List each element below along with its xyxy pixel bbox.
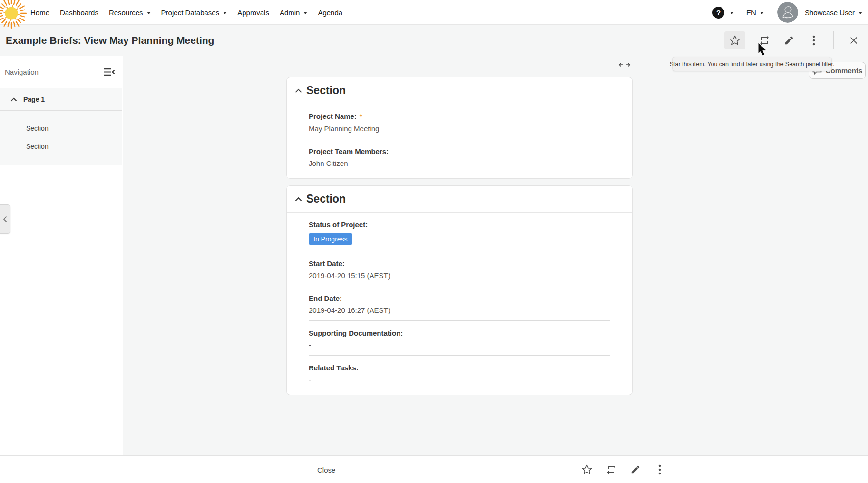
section-card: Section Project Name:* May Planning Meet… (286, 77, 633, 179)
field-value: 2019-04-20 15:15 (AEST) (309, 271, 610, 280)
chevron-left-icon (3, 216, 7, 222)
kebab-menu-icon (812, 35, 815, 46)
field-related-tasks: Related Tasks: - (309, 356, 610, 384)
language-selector[interactable]: EN (746, 9, 764, 17)
more-options-button[interactable] (653, 464, 665, 476)
chevron-down-icon (223, 12, 227, 14)
section-body: Project Name:* May Planning Meeting Proj… (287, 104, 632, 178)
divider (833, 31, 834, 49)
horizontal-resize-icon[interactable] (618, 62, 631, 68)
star-button[interactable] (724, 31, 745, 49)
field-value: 2019-04-20 16:27 (AEST) (309, 306, 610, 315)
section-header[interactable]: Section (287, 77, 632, 104)
sidebar-item-section-2[interactable]: Section (0, 137, 122, 155)
kebab-menu-icon (658, 464, 661, 475)
field-end-date: End Date: 2019-04-20 16:27 (AEST) (309, 286, 610, 321)
content-area: Navigation Page 1 Section Se (0, 56, 868, 455)
field-label: Supporting Documentation: (309, 328, 610, 338)
nav-item-admin[interactable]: Admin (280, 9, 308, 17)
chevron-down-icon[interactable] (730, 12, 734, 14)
edit-button[interactable] (783, 35, 795, 47)
nav-item-resources[interactable]: Resources (109, 9, 151, 17)
field-label: Status of Project: (309, 220, 610, 229)
page-accordion: Page 1 Section Section (0, 88, 122, 165)
page-1-header[interactable]: Page 1 (0, 88, 122, 111)
main-menu: Home Dashboards Resources Project Databa… (30, 0, 342, 25)
repeat-icon (759, 35, 770, 46)
field-project-name: Project Name:* May Planning Meeting (309, 104, 610, 139)
close-icon (848, 35, 859, 46)
sun-logo-icon[interactable] (0, 0, 28, 29)
question-mark-icon[interactable]: ? (712, 7, 724, 19)
section-card: Section Status of Project: In Progress S… (286, 185, 633, 395)
chevron-down-icon (760, 12, 764, 14)
form-view: Comments Section Project Name:* May Plan… (123, 56, 868, 455)
chevron-up-icon (10, 97, 17, 102)
user-avatar[interactable] (777, 2, 798, 23)
field-value: - (309, 340, 610, 349)
panel-collapse-tab[interactable] (0, 204, 10, 234)
nav-item-agenda[interactable]: Agenda (318, 9, 342, 17)
nav-item-approvals[interactable]: Approvals (237, 9, 269, 17)
top-nav: Home Dashboards Resources Project Databa… (0, 0, 868, 25)
edit-icon (630, 464, 641, 475)
field-label: End Date: (309, 294, 610, 303)
required-asterisk: * (360, 113, 362, 120)
title-bar: Example Briefs: View May Planning Meetin… (0, 25, 868, 56)
app-window: Home Dashboards Resources Project Databa… (0, 0, 868, 483)
chevron-up-icon (295, 197, 302, 202)
close-button[interactable]: Close (317, 456, 335, 483)
footer-bar: Close (0, 455, 868, 483)
section-list: Section Section (0, 111, 122, 165)
chevron-down-icon (147, 12, 151, 14)
field-supporting-documentation: Supporting Documentation: - (309, 321, 610, 356)
field-value: - (309, 375, 610, 384)
field-status-of-project: Status of Project: In Progress (309, 213, 610, 251)
status-badge: In Progress (309, 233, 352, 245)
user-menu[interactable]: Showcase User (805, 9, 862, 17)
section-body: Status of Project: In Progress Start Dat… (287, 213, 632, 395)
nav-item-home[interactable]: Home (30, 9, 49, 17)
repeat-button[interactable] (605, 464, 617, 476)
star-icon (729, 35, 741, 46)
sidebar-header: Navigation (0, 56, 122, 88)
sidebar-item-section-1[interactable]: Section (0, 119, 122, 137)
repeat-button[interactable] (758, 35, 770, 47)
star-button[interactable] (581, 464, 593, 476)
edit-button[interactable] (629, 464, 641, 476)
field-project-team-members: Project Team Members: John Citizen (309, 139, 610, 168)
section-header[interactable]: Section (287, 186, 632, 213)
close-button[interactable] (848, 35, 859, 47)
title-bar-actions (724, 25, 859, 56)
more-options-button[interactable] (808, 35, 819, 47)
footer-actions (581, 456, 665, 483)
field-value: John Citizen (309, 159, 610, 168)
page-label: Page 1 (23, 96, 45, 103)
nav-item-dashboards[interactable]: Dashboards (60, 9, 98, 17)
collapse-panel-icon[interactable] (104, 68, 115, 76)
sidebar-title: Navigation (5, 68, 39, 76)
edit-icon (784, 35, 794, 46)
star-icon (581, 464, 593, 475)
page-title: Example Briefs: View May Planning Meetin… (0, 35, 214, 46)
top-nav-right: ? EN Showcase User (712, 0, 862, 25)
star-tooltip: Star this item. You can find it later us… (672, 57, 832, 71)
repeat-icon (605, 464, 617, 475)
chevron-down-icon (303, 12, 307, 14)
navigation-sidebar: Navigation Page 1 Section Se (0, 56, 122, 455)
field-label: Project Team Members: (309, 147, 610, 156)
field-label: Start Date: (309, 259, 610, 268)
field-label: Related Tasks: (309, 363, 610, 372)
section-title: Section (306, 84, 346, 97)
chevron-down-icon (858, 12, 862, 14)
field-start-date: Start Date: 2019-04-20 15:15 (AEST) (309, 251, 610, 286)
chevron-up-icon (295, 88, 302, 93)
nav-item-project-databases[interactable]: Project Databases (161, 9, 227, 17)
section-title: Section (306, 193, 346, 205)
field-value: May Planning Meeting (309, 124, 610, 133)
field-label: Project Name: (309, 112, 357, 120)
